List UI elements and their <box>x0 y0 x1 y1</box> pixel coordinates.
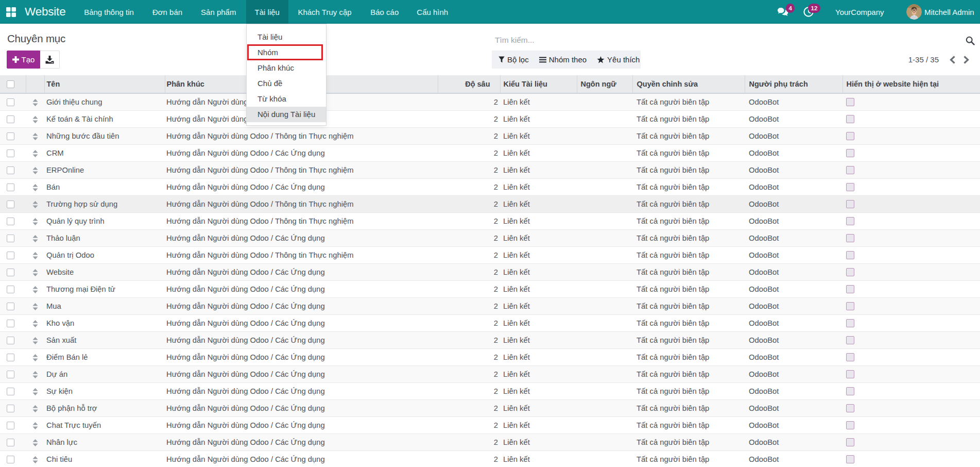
website-visible-checkbox[interactable] <box>846 370 854 378</box>
table-row[interactable]: Chat Trực tuyến Hướng dẫn Người dùng Odo… <box>0 416 980 433</box>
column-header-language[interactable]: Ngôn ngữ <box>577 75 632 93</box>
filter-button-group-by[interactable]: Nhóm theo <box>539 55 587 64</box>
row-handle-cell[interactable] <box>26 161 44 178</box>
nav-item-2[interactable]: Sản phẩm <box>191 0 246 24</box>
row-select-cell[interactable] <box>0 229 26 246</box>
row-checkbox[interactable] <box>7 201 14 208</box>
row-select-cell[interactable] <box>0 416 26 433</box>
row-select-cell[interactable] <box>0 246 26 263</box>
row-checkbox[interactable] <box>7 388 14 395</box>
row-select-cell[interactable] <box>0 280 26 297</box>
website-visible-checkbox[interactable] <box>846 149 854 157</box>
row-checkbox[interactable] <box>7 371 14 378</box>
row-select-cell[interactable] <box>0 297 26 314</box>
row-handle-cell[interactable] <box>26 314 44 331</box>
row-checkbox[interactable] <box>7 320 14 327</box>
row-handle-cell[interactable] <box>26 229 44 246</box>
row-checkbox[interactable] <box>7 166 14 174</box>
row-select-cell[interactable] <box>0 451 26 467</box>
row-handle-cell[interactable] <box>26 212 44 229</box>
row-select-cell[interactable] <box>0 110 26 127</box>
row-handle-cell[interactable] <box>26 195 44 212</box>
table-row[interactable]: Kho vận Hướng dẫn Người dùng Odoo / Các … <box>0 314 980 331</box>
row-handle-cell[interactable] <box>26 144 44 161</box>
apps-menu-button[interactable] <box>0 0 24 24</box>
nav-item-3[interactable]: Tài liệu <box>246 0 289 24</box>
row-select-cell[interactable] <box>0 433 26 451</box>
row-handle-cell[interactable] <box>26 93 44 110</box>
pager-next-button[interactable] <box>963 56 970 64</box>
table-row[interactable]: Giới thiệu chung Hướng dẫn Người dùng Od… <box>0 93 980 110</box>
row-checkbox[interactable] <box>7 235 14 242</box>
column-header-website-visible[interactable]: Hiển thị ở website hiện tại <box>843 75 980 93</box>
row-checkbox[interactable] <box>7 115 14 123</box>
row-select-cell[interactable] <box>0 382 26 399</box>
row-handle-cell[interactable] <box>26 365 44 382</box>
table-row[interactable]: Trường hợp sử dụng Hướng dẫn Người dùng … <box>0 195 980 212</box>
website-visible-checkbox[interactable] <box>846 404 854 412</box>
row-checkbox[interactable] <box>7 98 14 106</box>
table-row[interactable]: Quản lý quy trình Hướng dẫn Người dùng O… <box>0 212 980 229</box>
row-checkbox[interactable] <box>7 439 14 446</box>
select-all-checkbox-cell[interactable] <box>0 75 26 93</box>
row-checkbox[interactable] <box>7 252 14 259</box>
column-header-name[interactable]: Tên <box>44 75 165 93</box>
table-row[interactable]: Mua Hướng dẫn Người dùng Odoo / Các Ứng … <box>0 297 980 314</box>
row-handle-cell[interactable] <box>26 451 44 467</box>
website-visible-checkbox[interactable] <box>846 200 854 208</box>
table-row[interactable]: Sản xuất Hướng dẫn Người dùng Odoo / Các… <box>0 331 980 348</box>
search-input[interactable]: Tìm kiếm... <box>492 30 980 48</box>
table-row[interactable]: Bán Hướng dẫn Người dùng Odoo / Các Ứng … <box>0 178 980 195</box>
row-checkbox[interactable] <box>7 456 14 463</box>
row-select-cell[interactable] <box>0 399 26 416</box>
website-visible-checkbox[interactable] <box>846 421 854 429</box>
column-header-responsible[interactable]: Người phụ trách <box>745 75 843 93</box>
row-select-cell[interactable] <box>0 365 26 382</box>
table-row[interactable]: Điểm Bán lẻ Hướng dẫn Người dùng Odoo / … <box>0 348 980 365</box>
dropdown-item-4[interactable]: Từ khóa <box>247 91 326 107</box>
website-visible-checkbox[interactable] <box>846 268 854 276</box>
dropdown-item-5[interactable]: Nội dung Tài liệu <box>247 107 326 122</box>
website-visible-checkbox[interactable] <box>846 115 854 123</box>
row-checkbox[interactable] <box>7 132 14 140</box>
table-row[interactable]: Dự án Hướng dẫn Người dùng Odoo / Các Ứn… <box>0 365 980 382</box>
row-select-cell[interactable] <box>0 331 26 348</box>
table-row[interactable]: Website Hướng dẫn Người dùng Odoo / Các … <box>0 263 980 280</box>
website-visible-checkbox[interactable] <box>846 183 854 191</box>
create-button[interactable]: Tạo <box>7 51 40 69</box>
website-visible-checkbox[interactable] <box>846 387 854 395</box>
row-handle-cell[interactable] <box>26 331 44 348</box>
table-row[interactable]: Quản trị Odoo Hướng dẫn Người dùng Odoo … <box>0 246 980 263</box>
nav-item-1[interactable]: Đơn bán <box>144 0 191 24</box>
user-menu[interactable]: Mitchell Admin <box>924 0 974 24</box>
row-handle-cell[interactable] <box>26 399 44 416</box>
activities-count-badge[interactable]: 12 <box>808 4 820 13</box>
website-visible-checkbox[interactable] <box>846 438 854 446</box>
row-checkbox[interactable] <box>7 422 14 429</box>
filter-button-filter[interactable]: Bộ lọc <box>498 55 529 64</box>
row-checkbox[interactable] <box>7 405 14 412</box>
user-avatar[interactable] <box>906 4 922 20</box>
table-row[interactable]: ERPOnline Hướng dẫn Người dùng Odoo / Th… <box>0 161 980 178</box>
row-select-cell[interactable] <box>0 161 26 178</box>
table-row[interactable]: Chi tiêu Hướng dẫn Người dùng Odoo / Các… <box>0 451 980 467</box>
row-select-cell[interactable] <box>0 195 26 212</box>
nav-item-5[interactable]: Báo cáo <box>361 0 408 24</box>
column-header-edit-rights[interactable]: Quyền chỉnh sửa <box>632 75 745 93</box>
row-checkbox[interactable] <box>7 354 14 361</box>
dropdown-item-3[interactable]: Chủ đề <box>247 76 326 91</box>
row-select-cell[interactable] <box>0 263 26 280</box>
row-checkbox[interactable] <box>7 286 14 293</box>
row-select-cell[interactable] <box>0 144 26 161</box>
row-handle-cell[interactable] <box>26 297 44 314</box>
website-visible-checkbox[interactable] <box>846 336 854 344</box>
website-visible-checkbox[interactable] <box>846 285 854 293</box>
row-handle-cell[interactable] <box>26 348 44 365</box>
nav-item-0[interactable]: Bảng thông tin <box>74 0 144 24</box>
dropdown-item-1[interactable]: Nhóm <box>247 45 326 60</box>
row-handle-cell[interactable] <box>26 263 44 280</box>
row-checkbox[interactable] <box>7 337 14 344</box>
website-visible-checkbox[interactable] <box>846 217 854 225</box>
website-visible-checkbox[interactable] <box>846 302 854 310</box>
nav-item-4[interactable]: Khách Truy cập <box>288 0 361 24</box>
